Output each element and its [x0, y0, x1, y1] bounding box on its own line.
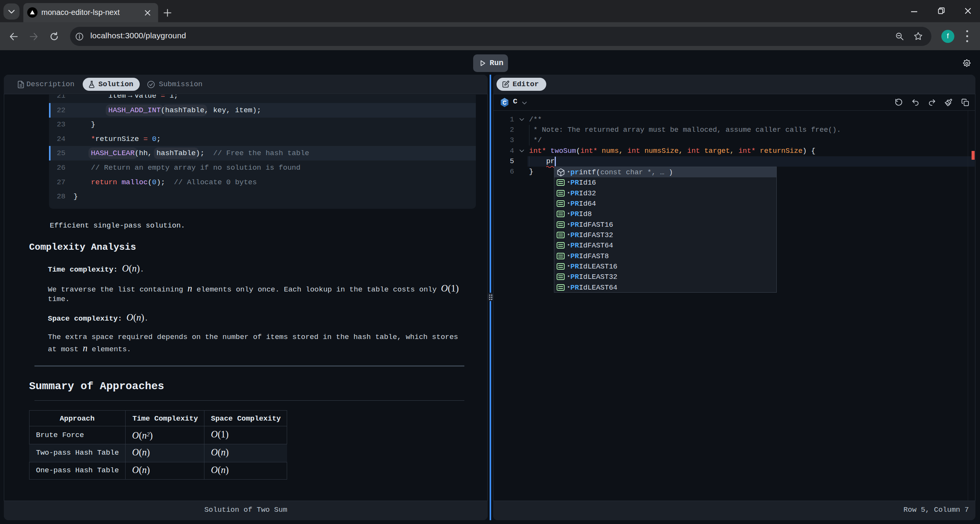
- svg-text:C: C: [503, 100, 507, 106]
